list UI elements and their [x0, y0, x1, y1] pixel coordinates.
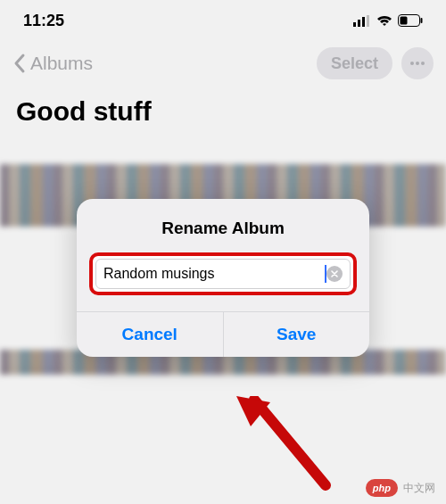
watermark-brand: php — [366, 479, 398, 497]
album-name-input[interactable] — [103, 266, 324, 282]
watermark: php 中文网 — [366, 479, 435, 497]
save-label: Save — [277, 325, 316, 343]
cancel-label: Cancel — [122, 325, 178, 343]
rename-album-alert: Rename Album Cancel Save — [77, 199, 369, 357]
photos-app-screen: 11:25 Albums Select Good stuff Rename — [0, 0, 446, 504]
clear-text-button[interactable] — [326, 266, 343, 282]
alert-actions: Cancel Save — [77, 311, 369, 357]
alert-title: Rename Album — [77, 199, 369, 252]
annotation-highlight — [89, 252, 357, 295]
cancel-button[interactable]: Cancel — [77, 312, 223, 357]
save-button[interactable]: Save — [223, 312, 370, 357]
album-name-field[interactable] — [95, 259, 351, 289]
modal-overlay: Rename Album Cancel Save — [0, 0, 446, 504]
watermark-site: 中文网 — [403, 481, 435, 496]
close-icon — [331, 270, 338, 277]
